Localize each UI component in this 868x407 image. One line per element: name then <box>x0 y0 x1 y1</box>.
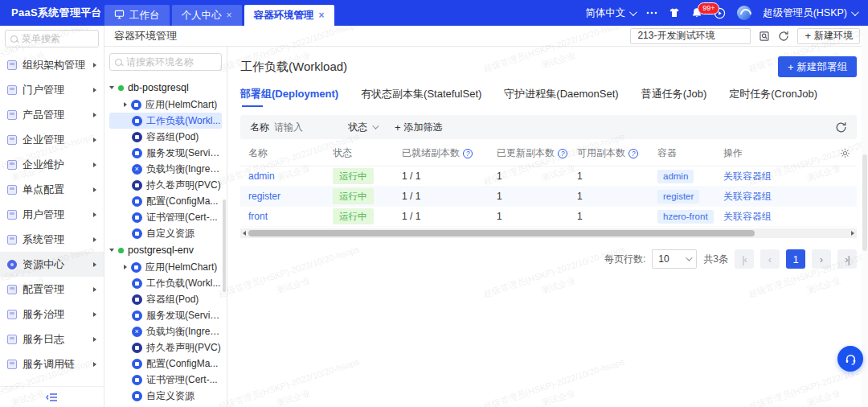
collapse-sidebar-button[interactable] <box>0 386 104 407</box>
prev-page-button[interactable] <box>760 249 780 269</box>
close-tab-icon[interactable] <box>227 10 232 20</box>
tab-job[interactable]: 普通任务(Job) <box>641 87 707 107</box>
tree-search[interactable] <box>109 53 222 71</box>
associated-pods-link[interactable]: 关联容器组 <box>723 190 772 204</box>
menu-search-input[interactable] <box>22 33 93 44</box>
tree-node-cert[interactable]: 证书管理(Cert-... <box>109 372 222 388</box>
scroll-right-icon[interactable] <box>851 231 854 236</box>
updated-replicas: 1 <box>497 171 577 182</box>
tab-statefulset[interactable]: 有状态副本集(StatefulSet) <box>361 87 481 107</box>
sidebar-item-sso-config[interactable]: 单点配置 <box>0 177 104 202</box>
last-page-button[interactable] <box>837 249 857 269</box>
add-filter-button[interactable]: 添加筛选 <box>395 121 443 134</box>
user-avatar[interactable] <box>737 6 751 20</box>
filter-name-field[interactable]: 名称 <box>250 121 330 134</box>
tab-workbench[interactable]: 工作台 <box>104 5 170 26</box>
tree-node-custom-resource[interactable]: 自定义资源 <box>109 388 222 404</box>
environment-select[interactable]: 213-开发测试环境 <box>630 28 751 44</box>
sidebar-item-config-mgmt[interactable]: 配置管理 <box>0 277 104 302</box>
refresh-table-icon[interactable] <box>835 121 847 134</box>
tab-label: 工作台 <box>129 9 160 23</box>
submenu-arrow-icon <box>93 362 96 367</box>
container-tag[interactable]: hzero-front <box>657 210 714 224</box>
tab-daemonset[interactable]: 守护进程集(DaemonSet) <box>504 87 618 107</box>
tree-node-cert[interactable]: 证书管理(Cert-... <box>109 209 222 225</box>
help-icon[interactable] <box>628 149 638 158</box>
tree-node-pod[interactable]: 容器组(Pod) <box>109 129 222 145</box>
scroll-left-icon[interactable] <box>243 231 246 236</box>
tree-node-helmchart[interactable]: 应用(HelmChart) <box>109 259 222 275</box>
tree-node-db-postgresql[interactable]: db-postgresql <box>109 79 222 97</box>
page-1-button[interactable]: 1 <box>786 249 805 269</box>
tree-node-pod[interactable]: 容器组(Pod) <box>109 291 222 307</box>
env-detail-icon[interactable] <box>759 31 770 42</box>
sidebar-item-service-logs[interactable]: 服务日志 <box>0 327 104 352</box>
notifications-button[interactable]: 99+ <box>691 7 702 18</box>
refresh-environment-icon[interactable] <box>778 31 789 42</box>
menu-icon <box>7 85 17 95</box>
sidebar-item-service-governance[interactable]: 服务治理 <box>0 302 104 327</box>
tree-node-service[interactable]: 服务发现(Service) <box>109 307 222 323</box>
create-deployment-button[interactable]: 新建部署组 <box>778 56 857 77</box>
menu-search[interactable] <box>5 30 99 47</box>
tree-node-postgresql-env[interactable]: postgresql-env <box>109 241 222 259</box>
help-icon[interactable] <box>463 149 473 158</box>
customer-service-float-button[interactable] <box>837 346 863 372</box>
language-selector[interactable]: 简体中文 <box>585 6 635 20</box>
tree-node-workload[interactable]: 工作负载(Workl... <box>109 275 222 291</box>
tab-container-env-management[interactable]: 容器环境管理 <box>244 5 334 26</box>
filter-name-input[interactable] <box>274 121 330 133</box>
tab-cronjob[interactable]: 定时任务(CronJob) <box>729 87 817 107</box>
horizontal-scrollbar[interactable] <box>240 228 857 238</box>
tree-search-input[interactable] <box>126 56 216 68</box>
sidebar-item-service-tracing[interactable]: 服务调用链 <box>0 352 104 376</box>
scrollbar-thumb[interactable] <box>248 230 755 236</box>
sidebar-item-enterprise-mgmt[interactable]: 企业管理 <box>0 127 104 152</box>
associated-pods-link[interactable]: 关联容器组 <box>723 210 772 224</box>
tree-node-workload[interactable]: 工作负载(Workl... <box>109 113 222 129</box>
sidebar-item-resource-center[interactable]: 资源中心 <box>0 252 104 277</box>
tab-personal-center[interactable]: 个人中心 <box>172 5 242 26</box>
associated-pods-link[interactable]: 关联容器组 <box>723 170 772 183</box>
status-badge: 运行中 <box>333 208 374 224</box>
sidebar-item-portal[interactable]: 门户管理 <box>0 77 104 102</box>
sidebar-item-user-mgmt[interactable]: 用户管理 <box>0 202 104 227</box>
tree-node-configmap[interactable]: 配置(ConfigMa... <box>109 193 222 209</box>
tree-node-helmchart[interactable]: 应用(HelmChart) <box>109 97 222 113</box>
workload-name-link[interactable]: front <box>248 211 268 222</box>
theme-shirt-icon[interactable] <box>669 7 680 18</box>
ready-replicas: 1 / 1 <box>402 191 497 202</box>
close-tab-icon[interactable] <box>319 10 325 20</box>
tree-node-pvc[interactable]: 持久卷声明(PVC) <box>109 339 222 356</box>
first-page-button[interactable] <box>735 249 754 269</box>
column-settings-icon[interactable] <box>833 148 857 158</box>
sidebar-item-org-structure[interactable]: 组织架构管理 <box>0 52 104 77</box>
tree-node-pvc[interactable]: 持久卷声明(PVC) <box>109 177 222 193</box>
rows-per-page-select[interactable]: 10 <box>652 249 697 269</box>
col-updated: 已更新副本数 <box>497 146 577 160</box>
page-scrollbar[interactable] <box>862 26 868 407</box>
tree-node-configmap[interactable]: 配置(ConfigMa... <box>109 356 222 372</box>
filter-status-select[interactable]: 状态 <box>348 121 377 134</box>
tree-node-service[interactable]: 服务发现(Service) <box>109 145 222 161</box>
user-menu[interactable]: 超级管理员(HSKP) <box>763 6 857 20</box>
page: PaaS系统管理平台 工作台 个人中心 容器环境管理 简体中文 <box>0 0 868 407</box>
tree-node-custom-resource[interactable]: 自定义资源 <box>109 225 222 241</box>
sidebar-item-product[interactable]: 产品管理 <box>0 102 104 127</box>
search-icon <box>10 35 18 43</box>
workload-name-link[interactable]: admin <box>248 171 275 182</box>
container-tag[interactable]: register <box>657 190 699 204</box>
tab-deployment[interactable]: 部署组(Deployment) <box>240 87 338 107</box>
sidebar-item-enterprise-maintain[interactable]: 企业维护 <box>0 152 104 177</box>
container-tag[interactable]: admin <box>657 170 694 183</box>
scrollbar-thumb[interactable] <box>862 154 867 251</box>
workload-name-link[interactable]: register <box>248 191 280 202</box>
tree-node-ingress[interactable]: 负载均衡(Ingress) <box>109 161 222 177</box>
sidebar-item-system-mgmt[interactable]: 系统管理 <box>0 227 104 252</box>
more-menu-icon[interactable] <box>646 11 657 14</box>
next-page-button[interactable] <box>812 249 831 269</box>
tree-node-ingress[interactable]: 负载均衡(Ingress) <box>109 323 222 339</box>
tree-scrollbar[interactable] <box>223 199 226 292</box>
help-icon[interactable] <box>558 149 567 158</box>
create-environment-button[interactable]: 新建环境 <box>797 28 860 44</box>
